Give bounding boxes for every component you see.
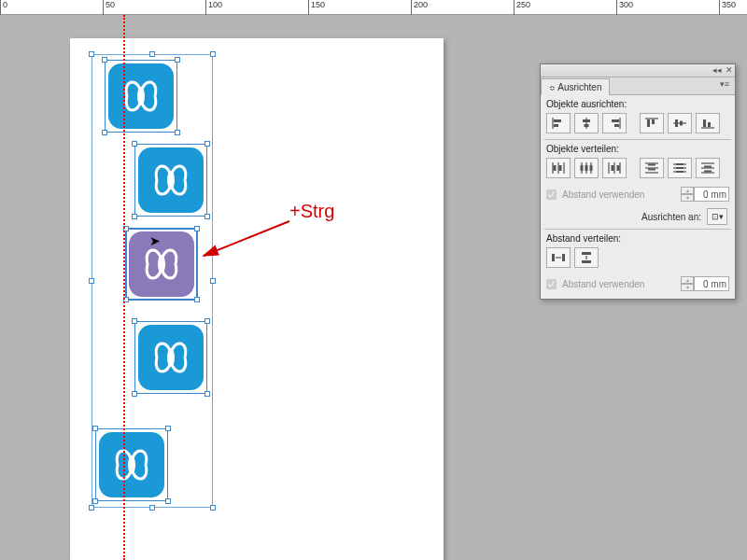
svg-rect-30: [590, 165, 593, 171]
spacing-value-field: [694, 187, 729, 202]
svg-rect-16: [680, 121, 683, 126]
svg-rect-7: [585, 124, 589, 127]
align-to-dropdown[interactable]: ⊡▾: [707, 208, 727, 225]
svg-rect-28: [581, 165, 584, 171]
section-align-objects: Objekte ausrichten:: [541, 95, 735, 111]
distribute-hspacing-button[interactable]: [546, 247, 571, 268]
svg-rect-34: [612, 165, 614, 171]
svg-rect-12: [647, 119, 650, 127]
align-hcenter-button[interactable]: [574, 113, 599, 133]
ruler-tick: 200: [411, 0, 428, 15]
ruler-tick: 100: [205, 0, 222, 15]
section-distribute-spacing: Abstand verteilen:: [541, 230, 735, 245]
align-bottom-button[interactable]: [696, 113, 720, 133]
svg-rect-23: [554, 165, 557, 171]
svg-rect-51: [704, 171, 712, 173]
ruler-tick: 300: [616, 0, 633, 15]
spacing-value-field-2: [694, 276, 729, 291]
svg-rect-6: [583, 119, 590, 122]
svg-rect-40: [648, 169, 655, 171]
svg-rect-56: [582, 260, 591, 263]
distribute-left-button[interactable]: [546, 158, 571, 178]
spacing-stepper-2: ▴▾: [681, 276, 694, 291]
group-selection: [92, 54, 213, 508]
panel-titlebar[interactable]: ◂◂ ✕: [541, 64, 735, 77]
ruler-tick: 150: [308, 0, 325, 15]
align-panel[interactable]: ◂◂ ✕ ≎ Ausrichten ▾≡ Objekte ausrichten:…: [540, 63, 736, 300]
svg-rect-18: [703, 119, 706, 127]
svg-rect-29: [585, 165, 588, 171]
tab-align[interactable]: ≎ Ausrichten: [541, 78, 610, 95]
cursor-icon: ➤: [149, 233, 161, 248]
distribute-top-button[interactable]: [640, 158, 664, 178]
spacing-stepper: ▴▾: [681, 187, 694, 202]
svg-rect-46: [676, 171, 684, 173]
svg-rect-52: [552, 254, 555, 261]
ruler-tick: 350: [719, 0, 736, 15]
distribute-vspacing-button[interactable]: [574, 247, 599, 268]
ruler-horizontal[interactable]: 0 50 100 150 200 250 300 350: [0, 0, 747, 15]
section-distribute-objects: Objekte verteilen:: [541, 140, 735, 156]
svg-rect-35: [617, 165, 620, 171]
distribute-right-button[interactable]: [602, 158, 627, 178]
svg-rect-10: [614, 124, 619, 127]
svg-rect-3: [554, 119, 561, 122]
svg-rect-44: [676, 163, 684, 165]
svg-rect-13: [652, 119, 655, 124]
svg-rect-39: [648, 164, 655, 166]
svg-rect-24: [559, 165, 562, 171]
ruler-tick: 50: [103, 0, 115, 15]
ruler-tick: 0: [0, 0, 7, 15]
align-to-label: Ausrichten an:: [641, 212, 701, 222]
svg-rect-9: [612, 119, 619, 122]
align-vcenter-button[interactable]: [668, 113, 692, 133]
annotation-arrow: [196, 217, 299, 273]
use-spacing-checkbox-2: [546, 279, 557, 289]
svg-rect-55: [582, 252, 591, 255]
tab-label: Ausrichten: [557, 82, 601, 92]
svg-rect-50: [704, 166, 712, 168]
panel-menu-icon[interactable]: ▾≡: [714, 77, 735, 94]
align-top-button[interactable]: [640, 113, 664, 133]
use-spacing-checkbox: [546, 189, 557, 200]
distribute-bottom-button[interactable]: [696, 158, 720, 178]
ruler-tick: 250: [514, 0, 530, 15]
align-left-button[interactable]: [546, 113, 571, 133]
distribute-vcenter-button[interactable]: [668, 158, 692, 178]
vertical-guide[interactable]: [123, 15, 125, 560]
svg-rect-45: [676, 167, 684, 169]
svg-line-1: [204, 221, 289, 256]
svg-rect-53: [562, 254, 565, 261]
align-right-button[interactable]: [602, 113, 627, 133]
svg-rect-19: [708, 122, 711, 127]
use-spacing-label-2: Abstand verwenden: [562, 279, 644, 289]
use-spacing-label: Abstand verwenden: [562, 189, 644, 200]
panel-close-icon[interactable]: ✕: [726, 65, 733, 75]
svg-rect-15: [675, 119, 678, 127]
svg-rect-4: [554, 124, 558, 127]
panel-collapse-icon[interactable]: ◂◂: [712, 65, 722, 75]
distribute-hcenter-button[interactable]: [574, 158, 599, 178]
